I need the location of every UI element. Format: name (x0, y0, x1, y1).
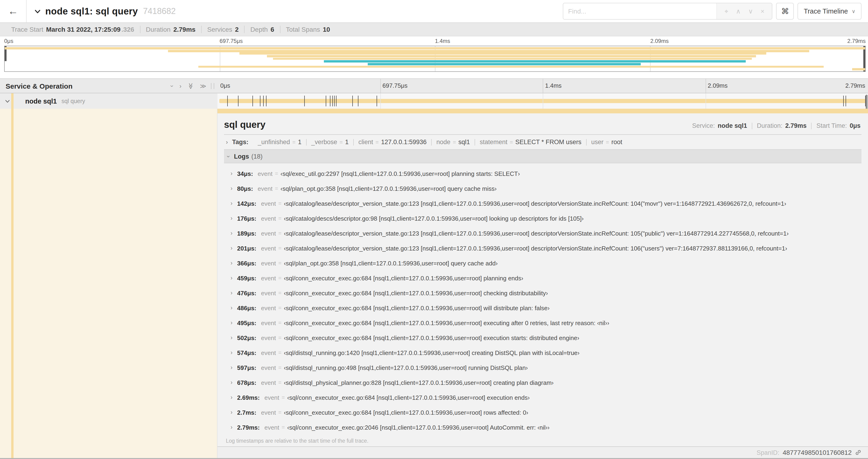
log-row[interactable]: ›459μs:event=‹sql/conn_executor_exec.go:… (230, 270, 862, 286)
log-row[interactable]: ›2.7ms:event=‹sql/conn_executor_exec.go:… (230, 405, 862, 420)
logs-count: (18) (251, 153, 262, 160)
log-marker-tick (336, 96, 336, 106)
minimap-right-handle[interactable] (863, 46, 865, 71)
back-button[interactable]: ← (0, 0, 27, 22)
tag-item: node=sql1 (432, 138, 474, 145)
view-selector-button[interactable]: Trace Timeline ∨ (798, 3, 862, 20)
span-row-timeline-cell[interactable] (217, 93, 868, 109)
chevron-right-icon[interactable]: › (230, 200, 232, 207)
chevron-right-icon[interactable]: › (230, 230, 232, 236)
log-row[interactable]: ›189μs:event=‹sql/catalog/lease/descript… (230, 226, 862, 241)
log-row[interactable]: ›678μs:event=‹sql/distsql_physical_plann… (230, 375, 862, 390)
log-row[interactable]: ›597μs:event=‹sql/distsql_running.go:498… (230, 360, 862, 375)
log-row[interactable]: ›142μs:event=‹sql/catalog/lease/descript… (230, 196, 862, 211)
equals-sign: = (278, 349, 281, 356)
tags-section-toggle[interactable]: › Tags: _unfinished=1_verbose=1client=12… (224, 135, 862, 149)
vertical-scrollbar-thumb[interactable] (866, 95, 868, 110)
span-id-label: SpanID: (757, 449, 780, 456)
equals-sign: = (278, 379, 281, 386)
span-id-value: 4877749850101760812 (783, 449, 852, 456)
chevron-right-icon[interactable]: › (230, 290, 232, 296)
span-color-accent (11, 93, 13, 109)
log-timestamp: 574μs: (237, 349, 256, 356)
find-input[interactable] (563, 3, 717, 19)
chevron-right-icon[interactable]: › (230, 185, 232, 192)
log-timestamp: 678μs: (237, 379, 256, 386)
log-row[interactable]: ›201μs:event=‹sql/catalog/lease/descript… (230, 241, 862, 256)
chevron-right-icon[interactable]: › (230, 334, 232, 341)
locate-icon[interactable]: ⌖ (724, 8, 728, 14)
log-field-key: event (261, 304, 276, 312)
log-row[interactable]: ›34μs:event=‹sql/exec_util.go:2297 [nsql… (230, 166, 862, 181)
back-arrow-icon: ← (8, 5, 18, 17)
log-row[interactable]: ›495μs:event=‹sql/conn_executor_exec.go:… (230, 315, 862, 330)
timeline-gridline (705, 79, 706, 93)
chevron-right-icon[interactable]: › (230, 245, 232, 252)
next-match-icon[interactable]: ∨ (748, 8, 753, 14)
span-row[interactable]: node sql1 sql query (0, 93, 868, 109)
clear-search-icon[interactable]: × (761, 8, 765, 14)
log-timestamp: 142μs: (237, 200, 256, 207)
chevron-right-icon: › (226, 139, 228, 145)
chevron-right-icon[interactable]: › (230, 394, 232, 401)
log-timestamp: 2.69ms: (237, 394, 260, 401)
chevron-right-icon[interactable]: › (230, 260, 232, 266)
log-field-key: event (261, 274, 276, 282)
minimap-span-bar (324, 60, 745, 63)
trace-summary-bar: Trace StartMarch 31 2022, 17:25:09.326Du… (0, 22, 868, 36)
expand-one-icon[interactable]: › (180, 83, 182, 89)
chevron-right-icon[interactable]: › (230, 424, 232, 431)
find-group: ⌖ ∧ ∨ × (563, 3, 773, 20)
log-marker-tick (843, 96, 844, 106)
column-resizer-grip[interactable] (211, 83, 214, 89)
chevron-right-icon[interactable]: › (230, 275, 232, 281)
chevron-right-icon[interactable]: › (230, 305, 232, 311)
chevron-right-icon[interactable]: › (230, 320, 232, 326)
minimap-span-bar (168, 50, 809, 52)
log-marker-tick (377, 96, 377, 106)
log-row[interactable]: ›502μs:event=‹sql/conn_executor_exec.go:… (230, 330, 862, 345)
span-row-name-cell[interactable]: node sql1 sql query (0, 93, 217, 109)
log-row[interactable]: ›574μs:event=‹sql/distsql_running.go:142… (230, 345, 862, 360)
collapse-all-icon[interactable]: ≫ (188, 83, 194, 89)
chevron-down-icon[interactable] (34, 8, 41, 15)
log-field-value: ‹sql/conn_executor_exec.go:684 [nsql1,cl… (284, 334, 579, 341)
log-row[interactable]: ›80μs:event=‹sql/plan_opt.go:358 [nsql1,… (230, 181, 862, 196)
chevron-right-icon[interactable]: › (230, 409, 232, 416)
log-row[interactable]: ›476μs:event=‹sql/conn_executor_exec.go:… (230, 286, 862, 300)
log-row[interactable]: ›366μs:event=‹sql/plan_opt.go:358 [nsql1… (230, 256, 862, 270)
minimap-span-bar (273, 58, 752, 60)
chevron-right-icon[interactable]: › (230, 379, 232, 386)
expand-all-icon[interactable]: ≫ (200, 83, 206, 89)
equals-sign: = (278, 364, 281, 371)
chevron-down-icon[interactable] (5, 98, 10, 104)
equals-sign: = (278, 260, 281, 266)
log-field-value: ‹sql/conn_executor_exec.go:684 [nsql1,cl… (287, 394, 530, 401)
log-row[interactable]: ›2.79ms:event=‹sql/conn_executor_exec.go… (230, 420, 862, 435)
tag-item: statement=SELECT * FROM users (475, 138, 586, 145)
timeline-axis-label: 0μs (220, 82, 230, 89)
chevron-right-icon[interactable]: › (230, 170, 232, 177)
equals-sign: = (275, 170, 278, 177)
tag-key: statement (480, 138, 507, 145)
chevron-right-icon[interactable]: › (230, 364, 232, 371)
deep-link-icon[interactable] (855, 449, 862, 456)
chevron-right-icon[interactable]: › (230, 215, 232, 222)
minimap-span-bar (852, 68, 865, 70)
log-row[interactable]: ›176μs:event=‹sql/catalog/descs/descript… (230, 211, 862, 226)
keyboard-shortcuts-button[interactable]: ⌘ (776, 3, 794, 20)
minimap-axis-label: 697.75μs (220, 38, 243, 44)
chevron-right-icon[interactable]: › (230, 349, 232, 356)
window-bottom-edge (0, 458, 868, 459)
log-row[interactable]: ›2.69ms:event=‹sql/conn_executor_exec.go… (230, 390, 862, 405)
tag-item: user=root (587, 138, 627, 145)
collapse-one-icon[interactable]: › (169, 85, 176, 87)
start-time-label: Start Time: (816, 122, 847, 129)
logs-section-toggle[interactable]: › Logs (18) (224, 149, 862, 163)
equals-sign: = (278, 215, 281, 222)
log-row[interactable]: ›486μs:event=‹sql/conn_executor_exec.go:… (230, 300, 862, 315)
detail-span-title: sql query (224, 120, 266, 130)
trace-title-group[interactable]: node sql1: sql query 7418682 (34, 6, 176, 17)
prev-match-icon[interactable]: ∧ (736, 8, 741, 14)
minimap-canvas[interactable] (4, 46, 866, 72)
